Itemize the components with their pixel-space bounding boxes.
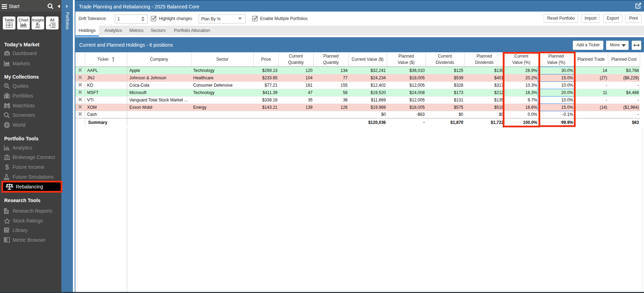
svg-text:$: $ <box>5 84 7 87</box>
